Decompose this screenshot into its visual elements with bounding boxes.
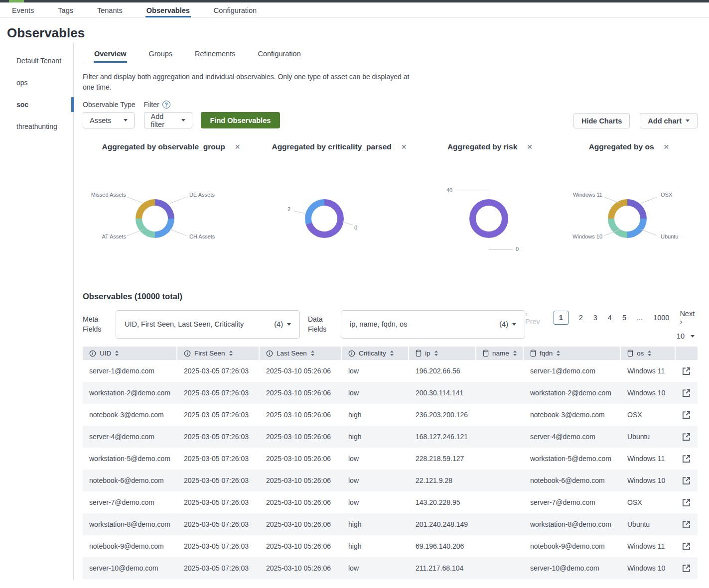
hide-charts-button[interactable]: Hide Charts [573, 113, 630, 128]
sort-icon[interactable] [310, 350, 315, 356]
nav-item-events[interactable]: Events [11, 3, 35, 17]
chart-close-icon[interactable]: ✕ [235, 143, 241, 151]
column-header-uid[interactable]: UID [83, 347, 177, 360]
pagination-page-4[interactable]: 4 [608, 314, 612, 322]
sidebar-item-default-tenant[interactable]: Default Tenant [0, 50, 73, 72]
column-label: ip [425, 350, 430, 357]
cell-criticality: high [342, 433, 409, 441]
database-icon [627, 350, 633, 357]
tab-refinements[interactable]: Refinements [194, 46, 236, 63]
column-header-criticality[interactable]: Criticality [342, 347, 409, 360]
sidebar-item-ops[interactable]: ops [0, 72, 73, 94]
pagination-next[interactable]: Next › [680, 310, 698, 326]
label-connector [641, 197, 657, 204]
external-link-icon[interactable] [682, 564, 691, 573]
cell-os: Ubuntu [621, 520, 676, 528]
column-header-os[interactable]: os [621, 347, 676, 360]
slice-label: AT Assets [102, 234, 126, 239]
sidebar-item-threathunting[interactable]: threathunting [0, 116, 73, 137]
data-fields-select[interactable]: ip, name, fqdn, os (4) [341, 310, 525, 339]
cell-criticality: high [342, 411, 409, 419]
database-icon [530, 350, 536, 357]
nav-item-tags[interactable]: Tags [57, 3, 74, 17]
top-strip-green-segment [9, 0, 24, 2]
observable-type-select[interactable]: Assets [83, 112, 135, 128]
slice-label: Windows 10 [572, 234, 602, 239]
pagination-page-2[interactable]: 2 [579, 314, 583, 322]
sort-icon[interactable] [229, 350, 233, 356]
cell-criticality: low [342, 455, 409, 463]
external-link-icon[interactable] [682, 498, 691, 507]
observables-heading: Observables (10000 total) [83, 292, 698, 301]
external-link-icon[interactable] [682, 432, 691, 442]
nav-item-tenants[interactable]: Tenants [96, 3, 124, 17]
label-connector [127, 197, 144, 204]
cell-fqdn: notebook-9@demo.com [524, 542, 621, 550]
column-label: Criticality [359, 350, 386, 357]
sidebar-item-soc[interactable]: soc [0, 94, 73, 116]
donut-chart [469, 199, 508, 238]
column-header-first-seen[interactable]: First Seen [177, 347, 260, 360]
chart-close-icon[interactable]: ✕ [664, 143, 670, 151]
chart-close-icon[interactable]: ✕ [401, 143, 407, 151]
observable-type-value: Assets [90, 117, 112, 124]
slice-label: Ubuntu [661, 234, 678, 239]
slice-label: 2 [287, 206, 290, 212]
external-link-icon[interactable] [682, 520, 691, 529]
column-header-fqdn[interactable]: fqdn [524, 347, 621, 360]
column-header-last-seen[interactable]: Last Seen [260, 347, 342, 360]
chart-close-icon[interactable]: ✕ [527, 143, 533, 151]
add-filter-select[interactable]: Add filter [144, 112, 192, 128]
cell-last-seen: 2025-03-10 05:26:06 [260, 455, 342, 463]
meta-fields-select[interactable]: UID, First Seen, Last Seen, Criticality … [116, 310, 300, 339]
pagination-page-5[interactable]: 5 [622, 314, 626, 322]
cell-actions [676, 542, 697, 551]
external-link-icon[interactable] [682, 454, 691, 464]
chart-title: Aggregated by criticality_parsed [272, 142, 391, 151]
tab-overview[interactable]: Overview [94, 46, 127, 63]
external-link-icon[interactable] [682, 388, 691, 398]
tab-groups[interactable]: Groups [148, 46, 173, 63]
cell-actions [676, 498, 697, 507]
pagination: ‹ Prev 12345...1000 Next › 10 [525, 308, 698, 340]
column-header-name[interactable]: name [476, 347, 524, 360]
slice-label: OSX [661, 192, 672, 198]
external-link-icon[interactable] [682, 542, 691, 551]
external-link-icon[interactable] [682, 476, 691, 485]
column-header-ip[interactable]: ip [409, 347, 476, 360]
pagination-page-3[interactable]: 3 [593, 314, 597, 322]
cell-criticality: low [342, 367, 409, 375]
add-chart-button[interactable]: Add chart [640, 113, 698, 128]
page-size-select[interactable]: 10 [677, 332, 695, 340]
cell-last-seen: 2025-03-10 05:26:06 [260, 498, 342, 506]
database-icon [483, 350, 489, 357]
table-row: server-1@demo.com 2025-03-05 07:26:03 20… [83, 360, 698, 382]
sort-icon[interactable] [513, 350, 517, 356]
pagination-prev[interactable]: ‹ Prev [525, 310, 543, 326]
cell-ip: 211.217.68.104 [409, 564, 476, 572]
pagination-page-1[interactable]: 1 [554, 311, 568, 325]
cell-actions [676, 432, 697, 442]
nav-item-configuration[interactable]: Configuration [213, 3, 258, 17]
external-link-icon[interactable] [682, 366, 691, 376]
cell-first-seen: 2025-03-05 07:26:03 [177, 455, 260, 463]
external-link-icon[interactable] [682, 410, 691, 420]
column-label: name [492, 350, 509, 357]
sort-icon[interactable] [556, 350, 561, 356]
cell-ip: 228.218.59.127 [409, 455, 476, 463]
pagination-page-1000[interactable]: 1000 [653, 314, 669, 322]
label-connector [170, 197, 187, 204]
sort-icon[interactable] [390, 350, 394, 356]
cell-actions [676, 388, 697, 398]
sort-icon[interactable] [115, 350, 119, 356]
tab-configuration[interactable]: Configuration [257, 46, 301, 63]
help-icon[interactable] [162, 101, 170, 109]
slice-label: DE Assets [189, 192, 215, 198]
find-observables-button[interactable]: Find Observables [201, 112, 281, 128]
sort-icon[interactable] [434, 350, 438, 356]
cell-criticality: high [342, 520, 409, 528]
nav-item-observables[interactable]: Observables [145, 3, 191, 17]
sort-icon[interactable] [647, 350, 652, 356]
cell-fqdn: notebook-3@demo.com [524, 411, 621, 419]
chevron-down-icon [691, 335, 695, 338]
